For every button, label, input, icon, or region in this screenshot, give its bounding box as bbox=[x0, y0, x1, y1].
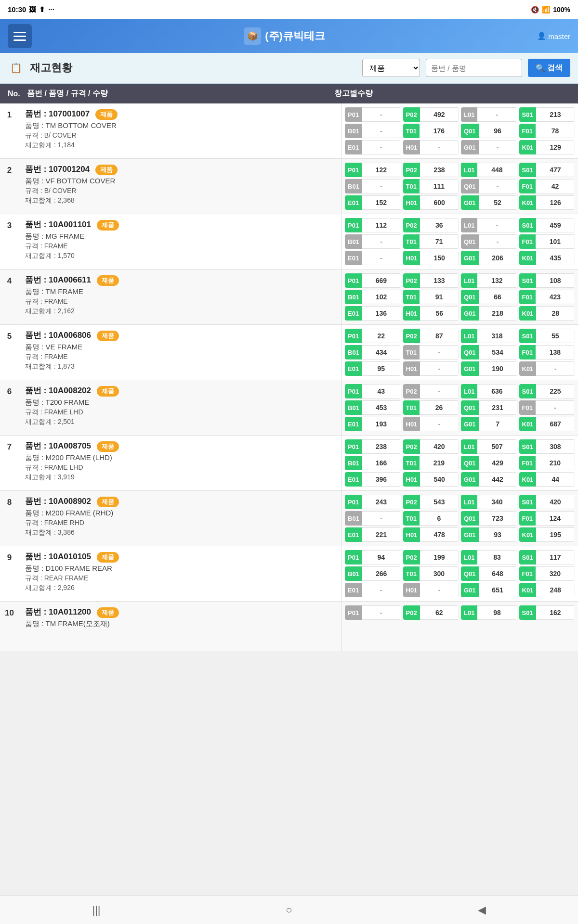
warehouse-row: P01112P0236L01-S01459 bbox=[345, 218, 575, 232]
table-row[interactable]: 2 품번 : 107001204 제품 품명 : VF BOTTOM COVER… bbox=[0, 159, 578, 214]
warehouse-value: 687 bbox=[536, 417, 575, 431]
nav-back-button[interactable]: ◀ bbox=[467, 900, 496, 920]
item-spec: 규격 : FRAME bbox=[25, 242, 336, 251]
warehouse-code: Q01 bbox=[461, 400, 479, 415]
table-row[interactable]: 8 품번 : 10A008902 제품 품명 : M200 FRAME (RHD… bbox=[0, 491, 578, 546]
warehouse-value: 62 bbox=[420, 605, 459, 620]
warehouse-value: 93 bbox=[479, 527, 517, 542]
warehouse-value: 423 bbox=[536, 290, 575, 304]
warehouse-value: - bbox=[362, 124, 401, 138]
warehouse-value: 44 bbox=[536, 472, 575, 487]
warehouse-code: P01 bbox=[345, 550, 362, 565]
warehouse-chip: H01478 bbox=[403, 527, 460, 542]
warehouse-code: P01 bbox=[345, 273, 362, 288]
search-input[interactable] bbox=[426, 59, 522, 77]
warehouse-value: 669 bbox=[362, 273, 401, 288]
status-left: 10:30 🖼 ⬆ ··· bbox=[8, 5, 54, 14]
nav-home-button[interactable]: ○ bbox=[275, 900, 303, 920]
warehouse-row: E01221H01478G0193K01195 bbox=[345, 527, 575, 542]
item-code-text: 품번 : 10A011200 bbox=[25, 607, 91, 616]
warehouse-chip: P01669 bbox=[345, 273, 401, 288]
warehouse-code: L01 bbox=[461, 384, 477, 398]
item-badge: 제품 bbox=[97, 220, 119, 231]
warehouse-value: 534 bbox=[479, 345, 517, 359]
warehouse-chip: Q0166 bbox=[461, 290, 517, 304]
warehouse-value: - bbox=[420, 140, 459, 154]
warehouse-chip: H01- bbox=[403, 361, 460, 376]
warehouse-chip: Q01429 bbox=[461, 456, 517, 470]
warehouse-chip: S01477 bbox=[519, 163, 576, 177]
warehouse-value: 459 bbox=[536, 218, 575, 232]
warehouse-value: 651 bbox=[479, 583, 517, 597]
hamburger-button[interactable] bbox=[8, 24, 32, 48]
item-code-text: 품번 : 10A010105 bbox=[25, 552, 91, 561]
warehouse-value: 122 bbox=[362, 163, 401, 177]
warehouse-code: E01 bbox=[345, 527, 362, 542]
warehouse-value: 22 bbox=[362, 329, 401, 343]
warehouse-chip: K0128 bbox=[519, 306, 576, 321]
dots-icon: ··· bbox=[48, 5, 54, 13]
table-row[interactable]: 5 품번 : 10A006806 제품 품명 : VE FRAME 규격 : F… bbox=[0, 325, 578, 380]
warehouse-code: P02 bbox=[403, 495, 420, 509]
warehouse-row: P01-P0262L0198S01162 bbox=[345, 605, 575, 620]
warehouse-code: P01 bbox=[345, 163, 362, 177]
warehouse-code: T01 bbox=[403, 179, 420, 193]
nav-menu-button[interactable]: ||| bbox=[82, 900, 111, 920]
item-spec: 규격 : REAR FRAME bbox=[25, 574, 336, 583]
warehouse-value: - bbox=[420, 345, 459, 359]
warehouse-chip: Q01723 bbox=[461, 511, 517, 526]
warehouse-code: S01 bbox=[519, 273, 536, 288]
company-info: 📦 (주)큐빅테크 bbox=[244, 27, 325, 45]
warehouse-row: P0143P02-L01636S01225 bbox=[345, 384, 575, 398]
company-icon: 📦 bbox=[244, 27, 261, 45]
warehouse-value: 243 bbox=[362, 495, 401, 509]
warehouse-code: P02 bbox=[403, 107, 420, 122]
table-row[interactable]: 3 품번 : 10A001101 제품 품명 : MG FRAME 규격 : F… bbox=[0, 214, 578, 270]
item-code-text: 품번 : 10A006611 bbox=[25, 275, 91, 284]
item-name: 품명 : TM FRAME bbox=[25, 287, 336, 296]
warehouse-code: B01 bbox=[345, 179, 362, 193]
warehouse-value: 6 bbox=[420, 511, 459, 526]
table-row[interactable]: 4 품번 : 10A006611 제품 품명 : TM FRAME 규격 : F… bbox=[0, 270, 578, 325]
table-row[interactable]: 1 품번 : 107001007 제품 품명 : TM BOTTOM COVER… bbox=[0, 103, 578, 159]
warehouse-chip: Q01- bbox=[461, 179, 517, 193]
warehouse-chip: K01- bbox=[519, 361, 576, 376]
search-button-label: 검색 bbox=[547, 63, 563, 73]
warehouse-value: 435 bbox=[536, 251, 575, 265]
table-row[interactable]: 7 품번 : 10A008705 제품 품명 : M200 FRAME (LHD… bbox=[0, 436, 578, 491]
filter-select[interactable]: 제품 품번 품명 bbox=[362, 59, 420, 77]
warehouse-chip: F01423 bbox=[519, 290, 576, 304]
warehouse-code: H01 bbox=[403, 306, 420, 321]
warehouse-code: E01 bbox=[345, 361, 362, 376]
warehouse-code: K01 bbox=[519, 140, 537, 154]
warehouse-value: 636 bbox=[477, 384, 517, 398]
warehouse-code: F01 bbox=[519, 511, 536, 526]
warehouse-chip: F01320 bbox=[519, 566, 576, 581]
search-button[interactable]: 🔍 검색 bbox=[528, 59, 570, 77]
warehouse-code: G01 bbox=[461, 306, 479, 321]
item-name: 품명 : TM FRAME(모조재) bbox=[25, 619, 336, 629]
warehouse-chip: K01435 bbox=[519, 251, 576, 265]
table-row[interactable]: 10 품번 : 10A011200 제품 품명 : TM FRAME(모조재) … bbox=[0, 602, 578, 652]
table-row[interactable]: 6 품번 : 10A008202 제품 품명 : T200 FRAME 규격 :… bbox=[0, 380, 578, 436]
item-code: 품번 : 10A010105 제품 bbox=[25, 551, 336, 563]
table-row[interactable]: 9 품번 : 10A010105 제품 품명 : D100 FRAME REAR… bbox=[0, 546, 578, 602]
warehouse-code: F01 bbox=[519, 179, 536, 193]
warehouse-chip: H01- bbox=[403, 417, 460, 431]
warehouse-code: P01 bbox=[345, 605, 362, 620]
wifi-icon: 📶 bbox=[542, 6, 550, 13]
warehouse-code: P02 bbox=[403, 550, 420, 565]
warehouse-data: P01122P02238L01448S01477B01-T01111Q01-F0… bbox=[342, 159, 578, 214]
warehouse-value: 152 bbox=[362, 195, 401, 210]
item-name: 품명 : M200 FRAME (LHD) bbox=[25, 453, 336, 462]
warehouse-row: B01453T0126Q01231F01- bbox=[345, 400, 575, 415]
warehouse-chip: E01221 bbox=[345, 527, 401, 542]
time-label: 10:30 bbox=[8, 5, 26, 13]
warehouse-chip: H01- bbox=[403, 583, 460, 597]
warehouse-chip: G01442 bbox=[461, 472, 517, 487]
warehouse-code: S01 bbox=[519, 384, 536, 398]
warehouse-chip: S01213 bbox=[519, 107, 576, 122]
warehouse-code: T01 bbox=[403, 345, 420, 359]
warehouse-row: P01669P02133L01132S01108 bbox=[345, 273, 575, 288]
warehouse-code: G01 bbox=[461, 140, 479, 154]
